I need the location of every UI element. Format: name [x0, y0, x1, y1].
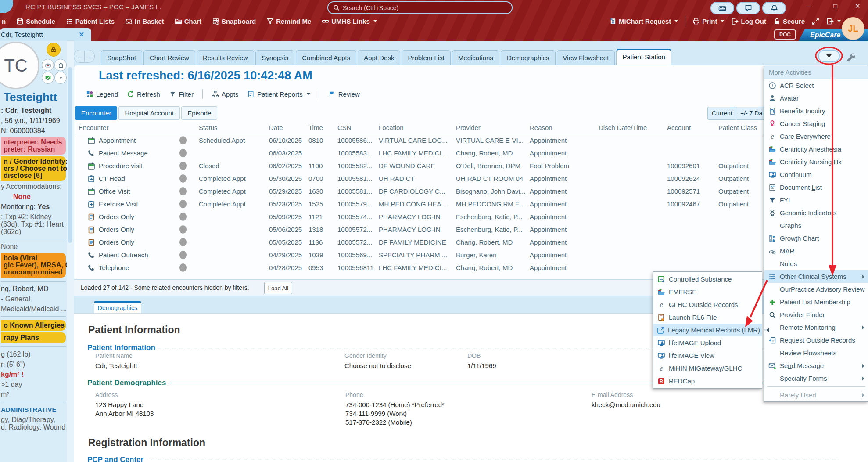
menu-item-request-outside-records[interactable]: Request Outside Records [764, 334, 868, 346]
table-row[interactable]: Patient Outreach04/29/2025103910005569..… [74, 249, 868, 262]
menu-item-notes[interactable]: Notes [764, 257, 868, 270]
epic-icon[interactable]: e [54, 72, 67, 84]
submenu-item-mihin-migateway-glhc[interactable]: eMiHIN MIGateway/GLHC [653, 362, 762, 375]
keyboard-button[interactable] [710, 2, 734, 14]
column-header-time[interactable]: Time [308, 124, 323, 131]
more-activities-dropdown-button[interactable] [818, 50, 840, 62]
user-avatar[interactable]: JL [842, 17, 864, 40]
menu-item-provider-finder[interactable]: Provider Finder [764, 308, 868, 321]
menu-item-other-clinical-systems[interactable]: Other Clinical Systems [764, 270, 868, 283]
menu-item-acr-select[interactable]: iACR Select [764, 79, 868, 92]
review-button[interactable]: Review [328, 90, 360, 98]
submenu-item-legacy-medical-records-lmr[interactable]: Legacy Medical Records (LMR) [653, 324, 762, 336]
legend-button[interactable]: Legend [86, 90, 118, 98]
table-row[interactable]: Exercise VisitCompleted Appt05/23/202515… [74, 198, 868, 211]
menubar-item-exit[interactable] [826, 18, 841, 25]
menu-item-continuum[interactable]: Continuum [764, 168, 868, 181]
submenu-item-emerse[interactable]: EMERSE [653, 285, 762, 298]
filter-button[interactable]: Filter [169, 90, 194, 98]
menubar-item-chart[interactable]: Chart [175, 18, 201, 25]
menubar-item-patient-lists[interactable]: Patient Lists [66, 18, 115, 25]
menubar-item-secure[interactable]: Secure [773, 18, 805, 25]
column-header-patient-class[interactable]: Patient Class [718, 124, 757, 131]
tab-snapshot[interactable]: SnapShot [101, 50, 142, 65]
table-row[interactable]: Orders Only05/09/2025112110005574...PHAR… [74, 211, 868, 224]
menu-item-document-list[interactable]: Document List [764, 181, 868, 194]
submenu-item-lifeimage-upload[interactable]: lifeIMAGE Upload [653, 336, 762, 349]
patient-reports-button[interactable]: Patient Reports [247, 90, 310, 98]
menubar-item-schedule[interactable]: Schedule [16, 18, 55, 25]
close-patient-tab-icon[interactable]: ✕ [79, 31, 84, 39]
tab-view-flowsheet[interactable]: View Flowsheet [557, 50, 615, 65]
menubar-item-expand[interactable] [812, 18, 819, 25]
sidebar-scrollbar-thumb[interactable] [68, 67, 72, 243]
tab-results-review[interactable]: Results Review [197, 50, 254, 65]
tab-combined-appts[interactable]: Combined Appts [296, 50, 356, 65]
menu-item-benefits-inquiry[interactable]: Benefits Inquiry [764, 105, 868, 117]
chat-button[interactable] [736, 2, 760, 14]
menu-item-genomic-indicators[interactable]: Genomic Indicators [764, 206, 868, 219]
menu-item-graphs[interactable]: Graphs [764, 219, 868, 232]
menu-item-cancer-staging[interactable]: Cancer Staging [764, 117, 868, 130]
column-header-account[interactable]: Account [667, 124, 691, 131]
submenu-item-launch-rl6-file[interactable]: Launch RL6 File [653, 311, 762, 324]
toolbox-icon[interactable] [42, 59, 54, 71]
tab-synopsis[interactable]: Synopsis [255, 50, 294, 65]
menu-item-avatar[interactable]: Avatar [764, 92, 868, 105]
menu-item-ourpractice-advisory-review[interactable]: OurPractice Advisory Review [764, 283, 868, 296]
menubar-item-snapboard[interactable]: Snapboard [212, 18, 256, 25]
table-row[interactable]: Orders Only05/06/2025131810005572...PHAR… [74, 224, 868, 236]
column-header-location[interactable]: Location [379, 124, 404, 131]
menubar-item-in-basket[interactable]: In Basket [125, 18, 164, 25]
column-header-date[interactable]: Date [269, 124, 283, 131]
forward-icon[interactable]: → [86, 53, 92, 60]
menubar-item-print[interactable]: Print [692, 18, 724, 25]
check-monitor-icon[interactable] [42, 72, 54, 84]
table-row[interactable]: AppointmentScheduled Appt06/10/202508101… [74, 134, 868, 147]
tab-medications[interactable]: Medications [452, 50, 499, 65]
menubar-item-remind-me[interactable]: Remind Me [266, 18, 311, 25]
menu-item-review-flowsheets[interactable]: Review Flowsheets [764, 346, 868, 359]
table-row[interactable]: CT HeadCompleted Appt05/30/2025070010005… [74, 173, 868, 185]
submenu-item-lifeimage-view[interactable]: lifeIMAGE View [653, 349, 762, 362]
column-header-encounter[interactable]: Encounter [79, 124, 108, 131]
menubar-item-log-out[interactable]: Log Out [731, 18, 766, 25]
table-row[interactable]: Patient Message06/03/202510005583...LHC … [74, 147, 868, 160]
appts-button[interactable]: Appts [212, 90, 238, 98]
patient-chart-tab[interactable]: Cdr, Testeightt ✕ [0, 28, 91, 41]
menu-item-send-message[interactable]: Send Message [764, 359, 868, 372]
view-tab-episode[interactable]: Episode [181, 106, 217, 120]
care-team-icon[interactable] [47, 43, 61, 57]
menu-item-rarely-used[interactable]: Rarely Used [764, 389, 868, 401]
tab-appt-desk[interactable]: Appt Desk [358, 50, 400, 65]
view-tab-hospital-account[interactable]: Hospital Account [118, 106, 180, 120]
refresh-button[interactable]: Refresh [127, 90, 160, 98]
submenu-item-glhc-outside-records[interactable]: eGLHC Outside Records [653, 298, 762, 311]
home-icon[interactable] [54, 59, 67, 71]
tab-chart-review[interactable]: Chart Review [143, 50, 195, 65]
menubar-item-umhs-links[interactable]: UMHS Links [322, 18, 377, 25]
column-header-disch-date-time[interactable]: Disch Date/Time [599, 124, 647, 131]
sidebar-scrollbar[interactable] [67, 41, 74, 462]
plus-minus-7-days-button[interactable]: +/- 7 Da [736, 107, 767, 120]
tab-demographics-report[interactable]: Demographics [94, 301, 141, 313]
tab-demographics[interactable]: Demographics [501, 50, 556, 65]
wrench-icon[interactable] [845, 52, 856, 64]
submenu-item-controlled-substance[interactable]: Controlled Substance [653, 273, 762, 285]
tab-patient-station[interactable]: Patient Station [616, 49, 671, 65]
back-forward-buttons[interactable]: ←→ [74, 50, 95, 63]
submenu-item-redcap[interactable]: RREDCap [653, 375, 762, 387]
menu-item-care-everywhere[interactable]: eCare Everywhere [764, 130, 868, 143]
menu-item-fyi[interactable]: FYI [764, 194, 868, 206]
maximize-button[interactable]: □ [833, 2, 837, 10]
back-icon[interactable]: ← [77, 53, 83, 60]
table-row[interactable]: Orders Only05/05/2025113610005572...DF F… [74, 236, 868, 249]
table-row[interactable]: Office VisitCompleted Appt05/29/20251630… [74, 185, 868, 198]
menubar-item-michart-request[interactable]: ?MiChart Request [609, 18, 678, 25]
notifications-button[interactable] [762, 2, 786, 14]
menu-item-remote-monitoring[interactable]: Remote Monitoring [764, 321, 868, 334]
column-header-reason[interactable]: Reason [530, 124, 552, 131]
current-range-button[interactable]: Current [707, 107, 737, 120]
tab-problem-list[interactable]: Problem List [402, 50, 450, 65]
table-row[interactable]: Procedure visitClosed06/02/2025110010005… [74, 160, 868, 173]
